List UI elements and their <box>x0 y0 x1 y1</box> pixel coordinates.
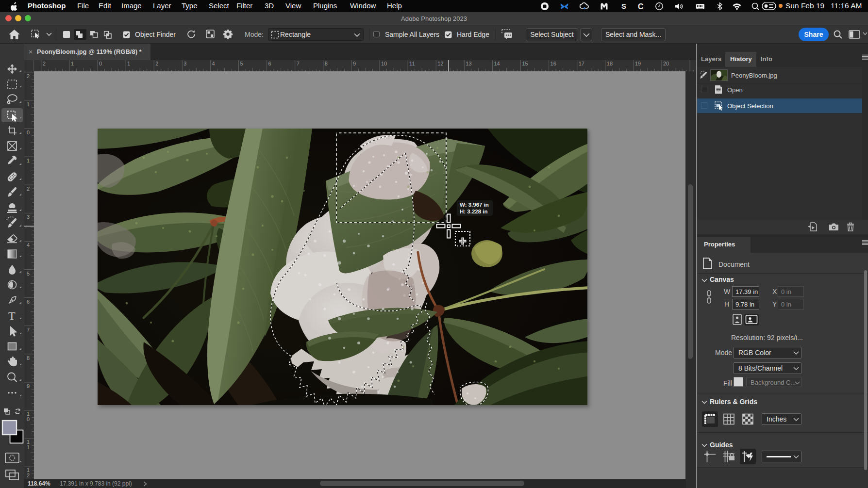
svg-text:1: 1 <box>27 101 30 107</box>
svg-text:T: T <box>8 309 16 322</box>
svg-text:16: 16 <box>551 61 556 66</box>
svg-text:2: 2 <box>27 73 30 79</box>
svg-text:6: 6 <box>268 61 271 66</box>
svg-text:11: 11 <box>409 61 415 66</box>
svg-text:7: 7 <box>297 61 300 66</box>
svg-text:7: 7 <box>27 327 30 333</box>
svg-text:S: S <box>621 2 626 10</box>
svg-text:3: 3 <box>184 61 186 66</box>
svg-text:9: 9 <box>27 383 30 389</box>
svg-text:1: 1 <box>27 158 30 163</box>
svg-text:14: 14 <box>494 61 500 66</box>
svg-text:0: 0 <box>27 130 30 135</box>
svg-text:3: 3 <box>27 214 30 220</box>
svg-text:2: 2 <box>27 186 30 192</box>
svg-text:4: 4 <box>212 61 215 66</box>
svg-text:W: 3.967 in: W: 3.967 in <box>460 202 489 208</box>
svg-text:5: 5 <box>240 61 243 66</box>
svg-text:2: 2 <box>27 472 30 478</box>
svg-text:15: 15 <box>522 61 528 66</box>
svg-text:0: 0 <box>27 416 30 422</box>
svg-text:0: 0 <box>99 61 102 66</box>
svg-text:12: 12 <box>437 61 443 66</box>
svg-text:H: 3.228 in: H: 3.228 in <box>460 209 488 214</box>
svg-text:13: 13 <box>466 61 471 66</box>
svg-text:17: 17 <box>579 61 584 66</box>
svg-text:C: C <box>638 2 644 11</box>
svg-text:1: 1 <box>127 61 130 66</box>
svg-text:20: 20 <box>663 61 669 66</box>
svg-text:2: 2 <box>155 61 158 66</box>
svg-text:2: 2 <box>43 61 46 66</box>
svg-text:10: 10 <box>381 61 387 66</box>
svg-text:6: 6 <box>27 299 30 305</box>
svg-text:9: 9 <box>353 61 356 66</box>
svg-text:5: 5 <box>27 271 30 277</box>
svg-text:8: 8 <box>325 61 328 66</box>
svg-text:18: 18 <box>607 61 613 66</box>
svg-text:8: 8 <box>27 355 30 361</box>
svg-text:1: 1 <box>27 444 30 450</box>
svg-text:1: 1 <box>71 61 74 66</box>
svg-text:4: 4 <box>27 242 30 248</box>
svg-text:19: 19 <box>635 61 641 66</box>
